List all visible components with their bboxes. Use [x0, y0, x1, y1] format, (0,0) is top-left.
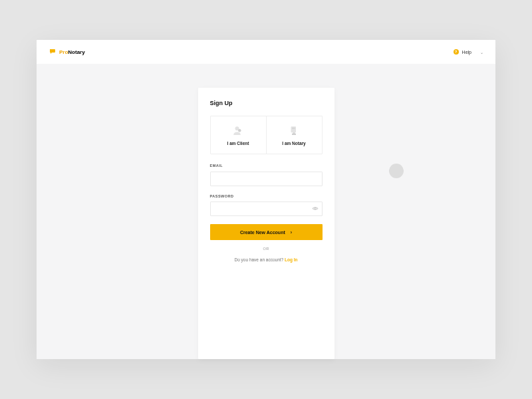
- submit-label: Create New Account: [240, 230, 285, 235]
- email-field-wrap: [210, 171, 323, 186]
- svg-rect-4: [292, 128, 295, 129]
- role-label: I am Notary: [282, 141, 305, 146]
- help-label: Help: [462, 50, 471, 55]
- card-title: Sign Up: [210, 100, 323, 106]
- create-account-button[interactable]: Create New Account ›: [210, 224, 323, 240]
- chevron-down-icon: ⌄: [480, 50, 483, 55]
- svg-point-5: [314, 207, 316, 209]
- email-field[interactable]: [210, 172, 323, 186]
- password-field-wrap: [210, 201, 323, 217]
- eye-icon[interactable]: [312, 205, 319, 212]
- app-window: ProNotary ? Help ⌄ Sign Up: [37, 40, 495, 359]
- role-option-client[interactable]: I am Client: [211, 116, 266, 154]
- role-selector: I am Client I am Notary: [210, 116, 323, 154]
- help-dropdown[interactable]: ? Help ⌄: [454, 49, 483, 55]
- svg-point-1: [238, 129, 241, 132]
- brand-name: ProNotary: [59, 49, 85, 55]
- signup-card: Sign Up I am Client: [198, 88, 334, 359]
- decorative-dot: [389, 164, 404, 178]
- chevron-right-icon: ›: [291, 230, 292, 235]
- notary-icon: [288, 125, 300, 137]
- role-option-notary[interactable]: I am Notary: [266, 116, 322, 154]
- password-label: PASSWORD: [210, 194, 323, 198]
- email-label: EMAIL: [210, 164, 323, 168]
- client-icon: [232, 125, 244, 137]
- app-header: ProNotary ? Help ⌄: [37, 40, 495, 64]
- logo-icon: [49, 48, 57, 56]
- svg-rect-2: [291, 126, 297, 132]
- or-divider: OR: [210, 247, 323, 251]
- help-icon: ?: [454, 49, 459, 55]
- brand-logo: ProNotary: [49, 48, 85, 56]
- login-link[interactable]: Log In: [285, 257, 298, 262]
- login-prompt: Do you have an account? Log In: [210, 257, 323, 262]
- role-label: I am Client: [227, 141, 249, 146]
- svg-rect-3: [292, 127, 295, 128]
- main-area: Sign Up I am Client: [37, 64, 495, 359]
- password-field[interactable]: [210, 201, 323, 216]
